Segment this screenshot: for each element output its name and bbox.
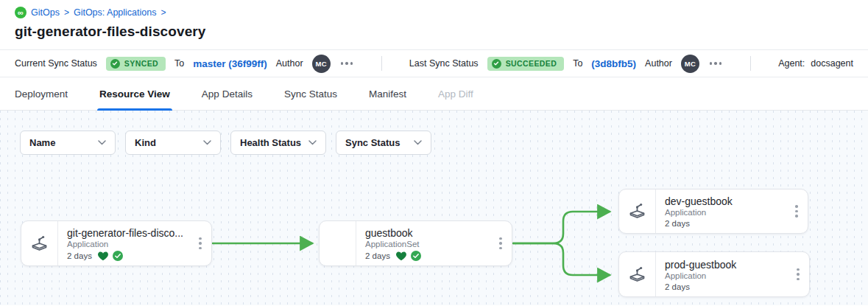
node-body: git-generator-files-disco... Application… xyxy=(58,221,189,265)
tab-resource-view[interactable]: Resource View xyxy=(99,77,170,110)
graph-node-dev-guestbook[interactable]: dev-guestbook Application 2 days xyxy=(618,189,808,234)
agent-info: Agent: docsagent xyxy=(778,58,853,69)
current-sync-status-badge-label: SYNCED xyxy=(124,59,158,68)
agent-value: docsagent xyxy=(811,58,853,69)
graph-node-prod-guestbook[interactable]: prod-guestbook Application 2 days xyxy=(618,251,810,297)
last-author-label: Author xyxy=(645,58,672,69)
breadcrumb-separator: > xyxy=(160,7,166,18)
graph-filters: Name Kind Health Status Sync Status xyxy=(20,131,431,155)
filter-dropdown-kind[interactable]: Kind xyxy=(125,131,221,155)
node-icon-area xyxy=(21,221,58,265)
last-more-options-button[interactable] xyxy=(708,59,724,68)
agent-label: Agent: xyxy=(778,58,805,69)
node-age: 2 days xyxy=(665,282,690,291)
filter-dropdown-health-status[interactable]: Health Status xyxy=(230,131,326,155)
filter-label: Name xyxy=(29,137,55,148)
node-kind: Application xyxy=(665,271,784,280)
node-menu-button[interactable] xyxy=(786,189,808,233)
status-bar-divider xyxy=(381,56,382,71)
breadcrumb: ∞ GitOps > GitOps: Applications > xyxy=(15,7,853,18)
node-kind: Application xyxy=(67,240,186,248)
node-title: dev-guestbook xyxy=(665,195,783,207)
node-icon-area xyxy=(619,189,656,233)
application-resource-icon xyxy=(29,234,49,254)
node-menu-button[interactable] xyxy=(490,221,512,265)
chevron-down-icon xyxy=(414,140,422,145)
node-kind: Application xyxy=(665,208,783,217)
chevron-down-icon xyxy=(203,140,211,145)
graph-node-git-generator-files-discovery[interactable]: git-generator-files-disco... Application… xyxy=(21,220,212,266)
sync-check-icon xyxy=(411,251,421,261)
tab-app-diff[interactable]: App Diff xyxy=(438,77,473,110)
current-sync-status-label: Current Sync Status xyxy=(15,58,97,69)
page-title: git-generator-files-discovery xyxy=(15,24,853,40)
last-sync-status-badge-label: SUCCEEDED xyxy=(506,59,557,68)
last-to-label: To xyxy=(573,58,582,69)
tab-app-details[interactable]: App Details xyxy=(202,77,253,110)
sync-check-icon xyxy=(113,251,123,261)
status-bar-divider xyxy=(750,56,751,71)
breadcrumb-separator: > xyxy=(64,7,69,18)
current-sync-status-group: Current Sync Status SYNCED To master (36… xyxy=(15,55,354,73)
node-body: dev-guestbook Application 2 days xyxy=(656,189,786,233)
node-age: 2 days xyxy=(365,251,390,260)
tab-manifest[interactable]: Manifest xyxy=(369,77,406,110)
tab-sync-status[interactable]: Sync Status xyxy=(284,77,337,110)
current-to-label: To xyxy=(174,58,184,69)
node-age: 2 days xyxy=(67,251,92,260)
application-resource-icon xyxy=(627,265,647,285)
node-icon-area xyxy=(619,252,656,296)
check-circle-icon xyxy=(110,59,120,69)
node-menu-button[interactable] xyxy=(189,221,211,265)
node-age: 2 days xyxy=(665,219,690,228)
filter-dropdown-sync-status[interactable]: Sync Status xyxy=(336,131,431,155)
last-revision-link[interactable]: (3d8bfb5) xyxy=(591,58,636,69)
node-menu-button[interactable] xyxy=(787,252,809,296)
node-kind: ApplicationSet xyxy=(365,240,487,248)
health-heart-icon xyxy=(395,251,407,261)
resource-graph-canvas[interactable]: Name Kind Health Status Sync Status xyxy=(0,111,868,305)
node-body: guestbook ApplicationSet 2 days xyxy=(356,221,490,265)
chevron-down-icon xyxy=(98,140,106,145)
graph-node-guestbook[interactable]: guestbook ApplicationSet 2 days xyxy=(319,220,512,266)
current-sync-status-badge: SYNCED xyxy=(106,57,166,71)
breadcrumb-link-gitops[interactable]: GitOps xyxy=(31,7,60,18)
status-bar: Current Sync Status SYNCED To master (36… xyxy=(0,49,868,77)
check-circle-icon xyxy=(492,59,501,69)
current-revision-link[interactable]: master (36f99ff) xyxy=(193,58,267,69)
page-header: ∞ GitOps > GitOps: Applications > git-ge… xyxy=(0,0,868,49)
gitops-logo-icon: ∞ xyxy=(15,7,27,18)
node-body: prod-guestbook Application 2 days xyxy=(656,252,787,296)
last-sync-status-group: Last Sync Status SUCCEEDED To (3d8bfb5) … xyxy=(409,55,724,73)
filter-label: Health Status xyxy=(240,137,301,148)
health-heart-icon xyxy=(97,251,109,261)
current-more-options-button[interactable] xyxy=(339,59,355,68)
current-author-avatar: MC xyxy=(312,55,331,73)
gitops-application-page: ∞ GitOps > GitOps: Applications > git-ge… xyxy=(0,0,868,306)
filter-label: Sync Status xyxy=(345,137,400,148)
node-icon-area xyxy=(320,221,356,265)
node-title: prod-guestbook xyxy=(665,259,784,271)
last-sync-status-label: Last Sync Status xyxy=(409,58,479,69)
tab-deployment[interactable]: Deployment xyxy=(15,77,68,110)
filter-label: Kind xyxy=(135,137,156,148)
last-author-avatar: MC xyxy=(681,55,699,73)
filter-dropdown-name[interactable]: Name xyxy=(20,131,116,155)
node-title: guestbook xyxy=(365,227,487,239)
breadcrumb-link-applications[interactable]: GitOps: Applications xyxy=(74,7,157,18)
chevron-down-icon xyxy=(308,140,317,145)
node-title: git-generator-files-disco... xyxy=(67,227,186,239)
current-author-label: Author xyxy=(276,58,303,69)
tab-bar: Deployment Resource View App Details Syn… xyxy=(0,77,868,111)
application-resource-icon xyxy=(627,201,647,221)
last-sync-status-badge: SUCCEEDED xyxy=(487,57,565,71)
